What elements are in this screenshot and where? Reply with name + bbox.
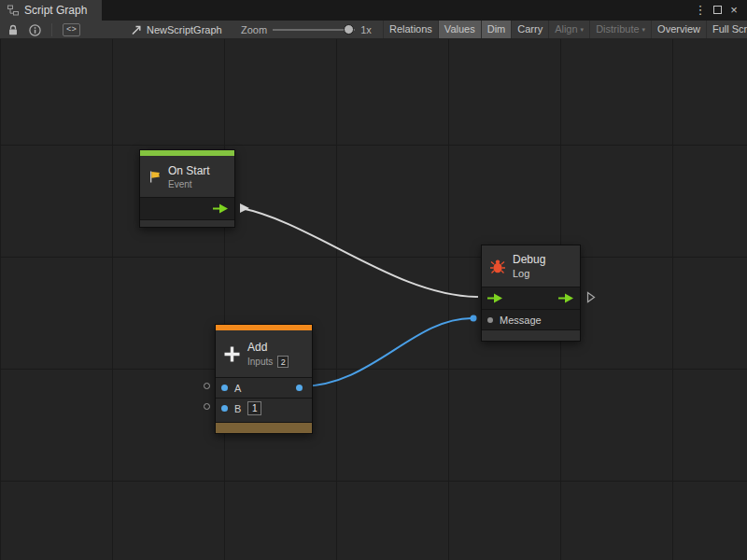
window-menu-button[interactable]: ⋮ bbox=[693, 0, 708, 21]
control-output-port[interactable] bbox=[213, 203, 229, 214]
debug-log-titles: Debug Log bbox=[513, 253, 545, 279]
port-a-unconnected-indicator[interactable] bbox=[204, 383, 210, 389]
graph-name-label[interactable]: NewScriptGraph bbox=[147, 24, 222, 35]
graph-asset-icon bbox=[131, 24, 142, 35]
port-b-label: B bbox=[234, 403, 241, 414]
add-port-a-row: A bbox=[216, 377, 312, 398]
maximize-button[interactable] bbox=[710, 0, 725, 21]
node-debug-log[interactable]: Debug Log Message bbox=[481, 245, 581, 342]
graph-canvas[interactable]: On Start Event Debug bbox=[0, 39, 747, 560]
node-title: On Start bbox=[168, 164, 210, 177]
node-subtitle: Log bbox=[513, 268, 545, 279]
message-input-port[interactable] bbox=[487, 317, 493, 323]
bug-icon bbox=[489, 259, 506, 274]
fullscreen-button[interactable]: Full Screen bbox=[706, 21, 747, 39]
wire-add-to-message bbox=[301, 318, 472, 386]
tab-title: Script Graph bbox=[24, 4, 87, 17]
relations-button[interactable]: Relations bbox=[383, 21, 438, 39]
maximize-icon bbox=[713, 6, 722, 14]
tab-script-graph[interactable]: Script Graph bbox=[0, 0, 102, 21]
code-view-button[interactable]: <> bbox=[63, 23, 80, 36]
dim-button[interactable]: Dim bbox=[481, 21, 512, 39]
sum-output-port[interactable] bbox=[296, 385, 303, 391]
add-footer bbox=[216, 422, 312, 433]
on-start-titles: On Start Event bbox=[168, 164, 210, 189]
port-b-value-field[interactable] bbox=[247, 401, 261, 415]
add-inputs-row: Inputs 2 bbox=[247, 356, 289, 368]
wires-layer bbox=[0, 39, 747, 560]
debug-flow-row bbox=[482, 287, 580, 309]
port-a-label: A bbox=[234, 383, 241, 394]
graph-name-group: NewScriptGraph bbox=[131, 21, 222, 39]
zoom-slider[interactable] bbox=[273, 29, 355, 31]
carry-button[interactable]: Carry bbox=[511, 21, 548, 39]
port-b-input[interactable] bbox=[221, 405, 228, 412]
wire-start-arrowhead bbox=[240, 203, 249, 213]
values-button[interactable]: Values bbox=[438, 21, 481, 39]
node-on-start[interactable]: On Start Event bbox=[139, 149, 235, 228]
node-subtitle: Event bbox=[168, 179, 210, 189]
port-a-input[interactable] bbox=[221, 385, 228, 391]
script-graph-icon bbox=[7, 5, 19, 16]
info-icon[interactable] bbox=[29, 24, 41, 36]
debug-footer bbox=[482, 329, 580, 341]
inputs-count-field[interactable]: 2 bbox=[277, 356, 289, 368]
align-dropdown[interactable]: Align▾ bbox=[548, 21, 589, 39]
node-title: Debug bbox=[513, 253, 545, 266]
close-button[interactable]: × bbox=[726, 0, 741, 21]
node-add[interactable]: Add Inputs 2 A B bbox=[215, 324, 313, 434]
chevron-down-icon: ▾ bbox=[642, 26, 646, 33]
wire-onstart-to-log bbox=[241, 208, 478, 297]
flow-output-unconnected-indicator[interactable] bbox=[586, 291, 596, 303]
port-b-unconnected-indicator[interactable] bbox=[204, 403, 210, 410]
debug-message-row: Message bbox=[482, 309, 580, 329]
flag-icon bbox=[148, 170, 162, 184]
chevron-down-icon: ▾ bbox=[581, 26, 585, 33]
overview-button[interactable]: Overview bbox=[651, 21, 706, 39]
zoom-slider-handle[interactable] bbox=[344, 24, 354, 35]
title-bar: Script Graph ⋮ × bbox=[0, 0, 747, 21]
on-start-header: On Start Event bbox=[140, 156, 234, 197]
inputs-label: Inputs bbox=[247, 357, 273, 367]
zoom-group: Zoom 1x bbox=[241, 21, 372, 39]
zoom-label: Zoom bbox=[241, 24, 267, 35]
window-controls: ⋮ × bbox=[693, 0, 747, 21]
debug-log-header: Debug Log bbox=[482, 245, 580, 287]
control-output-port[interactable] bbox=[558, 293, 574, 303]
toolbar-separator bbox=[51, 23, 52, 36]
graph-toolbar: <> NewScriptGraph Zoom 1x Relations Valu… bbox=[0, 21, 747, 39]
node-title: Add bbox=[247, 341, 289, 354]
distribute-label: Distribute bbox=[596, 23, 639, 35]
distribute-dropdown[interactable]: Distribute▾ bbox=[589, 21, 651, 39]
plus-icon bbox=[223, 345, 241, 363]
on-start-output-row bbox=[140, 197, 234, 219]
add-titles: Add Inputs 2 bbox=[247, 341, 289, 368]
message-port-label: Message bbox=[500, 315, 542, 326]
on-start-footer bbox=[140, 219, 234, 227]
toolbar-left-group: <> bbox=[7, 21, 80, 39]
toolbar-buttons: Relations Values Dim Carry Align▾ Distri… bbox=[383, 21, 747, 39]
wire-end-dot bbox=[471, 315, 477, 322]
script-graph-window: Script Graph ⋮ × <> bbox=[0, 0, 747, 560]
zoom-value: 1x bbox=[360, 24, 372, 35]
add-header: Add Inputs 2 bbox=[216, 330, 312, 377]
add-port-b-row: B bbox=[216, 398, 312, 418]
control-input-port[interactable] bbox=[487, 293, 503, 303]
align-label: Align bbox=[555, 23, 577, 35]
lock-icon[interactable] bbox=[7, 24, 19, 36]
